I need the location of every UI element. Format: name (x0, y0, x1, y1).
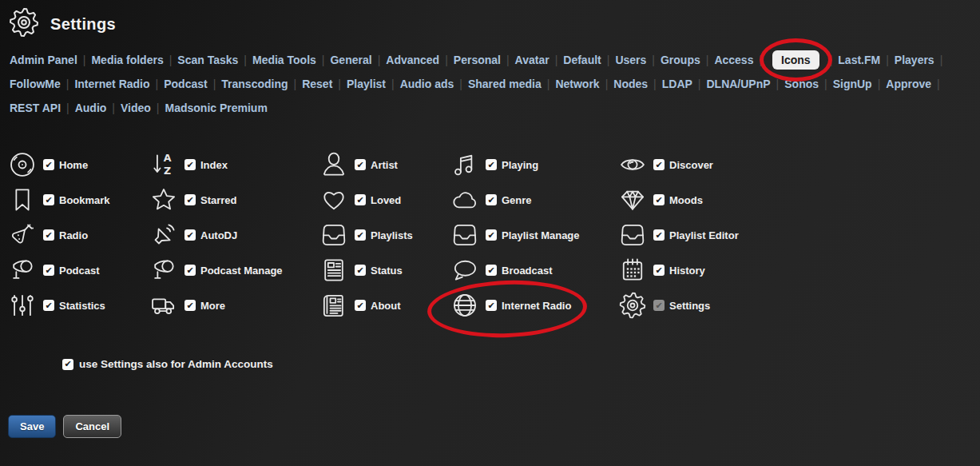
gem-icon (617, 185, 649, 214)
about-checkbox[interactable] (355, 300, 366, 311)
playing-checkbox[interactable] (486, 159, 497, 170)
nav-tab-followme[interactable]: FollowMe (10, 78, 61, 90)
nav-tab-groups[interactable]: Groups (661, 54, 700, 66)
nav-separator: | (322, 54, 325, 66)
music-notes-icon (449, 150, 481, 179)
eye-icon (617, 150, 649, 179)
cancel-button[interactable]: Cancel (63, 415, 121, 438)
nav-tab-ldap[interactable]: LDAP (662, 78, 692, 90)
nav-tab-rest-api[interactable]: REST API (10, 102, 61, 114)
radio-checkbox[interactable] (43, 229, 54, 241)
internet-radio-checkbox[interactable] (486, 300, 497, 311)
flask-icon (6, 221, 38, 249)
svg-text:Z: Z (164, 165, 171, 177)
nav-tab-players[interactable]: Players (895, 54, 934, 66)
nav-tab-media-tools[interactable]: Media Tools (252, 54, 316, 66)
nav-tab-nodes[interactable]: Nodes (613, 78, 648, 90)
icon-option-autodj: AutoDJ (148, 217, 318, 253)
nav-tab-transcoding[interactable]: Transcoding (221, 78, 288, 90)
nav-tab-general[interactable]: General (330, 54, 371, 66)
nav-tab-access[interactable]: Access (714, 54, 753, 66)
nav-tab-reset[interactable]: Reset (302, 78, 332, 90)
history-checkbox[interactable] (653, 265, 665, 276)
nav-separator: | (445, 54, 448, 66)
nav-separator: | (605, 78, 609, 90)
nav-separator: | (66, 78, 69, 90)
icon-option-label: Starred (200, 194, 237, 206)
podcast-checkbox[interactable] (43, 265, 54, 276)
icon-option-podcast-manage: Podcast Manage (148, 253, 318, 288)
icon-option-label: Moods (669, 194, 703, 206)
nav-tab-users[interactable]: Users (615, 54, 646, 66)
icon-option-label: Playing (502, 159, 538, 171)
podcast-manage-checkbox[interactable] (184, 265, 196, 276)
bookmark-checkbox[interactable] (43, 194, 54, 205)
autodj-checkbox[interactable] (184, 229, 196, 241)
nav-tab-podcast[interactable]: Podcast (164, 78, 207, 90)
nav-separator: | (378, 54, 381, 66)
newspaper-icon (318, 291, 350, 320)
nav-tab-madsonic-premium[interactable]: Madsonic Premium (165, 102, 268, 114)
nav-tab-audio[interactable]: Audio (75, 102, 107, 114)
icon-option-label: AutoDJ (200, 229, 237, 241)
loved-checkbox[interactable] (355, 194, 366, 205)
home-checkbox[interactable] (43, 159, 54, 170)
playlist-editor-checkbox[interactable] (653, 229, 665, 241)
icon-option-label: Status (371, 265, 403, 277)
genre-checkbox[interactable] (486, 194, 497, 205)
artist-checkbox[interactable] (355, 159, 366, 170)
nav-tab-personal[interactable]: Personal (454, 54, 501, 66)
statistics-checkbox[interactable] (43, 300, 54, 311)
nav-tab-advanced[interactable]: Advanced (386, 54, 439, 66)
nav-separator: | (391, 78, 395, 90)
nav-tab-avatar[interactable]: Avatar (515, 54, 550, 66)
vinyl-record-icon (6, 150, 38, 179)
icon-grid: HomeAZIndexArtistPlayingDiscoverBookmark… (6, 147, 980, 323)
nav-tab-signup[interactable]: SignUp (833, 78, 872, 90)
icon-option-settings: Settings (617, 288, 980, 323)
nav-separator: | (759, 54, 762, 66)
save-button[interactable]: Save (8, 415, 56, 438)
document-icon (318, 256, 350, 285)
sliders-icon (6, 291, 38, 320)
settings-checkbox[interactable] (653, 300, 665, 311)
nav-tab-audio-ads[interactable]: Audio ads (400, 78, 454, 90)
nav-tab-last-fm[interactable]: Last.FM (838, 54, 880, 66)
nav-tab-video[interactable]: Video (121, 102, 151, 114)
globe-icon (449, 291, 481, 320)
nav-tab-network[interactable]: Network (555, 78, 599, 90)
icon-option-label: Settings (669, 300, 710, 312)
playlists-checkbox[interactable] (355, 229, 366, 241)
icon-option-label: Index (200, 159, 228, 171)
nav-tab-dlna-upnp[interactable]: DLNA/UPnP (706, 78, 770, 90)
nav-separator: | (459, 78, 462, 90)
icon-option-playlist-manage: Playlist Manage (449, 217, 617, 253)
nav-tab-playlist[interactable]: Playlist (347, 78, 386, 90)
starred-checkbox[interactable] (184, 194, 196, 205)
nav-tab-default[interactable]: Default (563, 54, 601, 66)
discover-checkbox[interactable] (653, 159, 665, 170)
admin-option-label: use Settings also for Admin Accounts (79, 358, 273, 370)
nav-separator: | (706, 54, 709, 66)
nav-tab-shared-media[interactable]: Shared media (468, 78, 542, 90)
use-settings-admin-checkbox[interactable] (62, 359, 73, 370)
nav-tab-internet-radio[interactable]: Internet Radio (74, 78, 149, 90)
nav-row-1: Admin Panel|Media folders|Scan Tasks|Med… (10, 48, 980, 72)
playlist-manage-checkbox[interactable] (486, 229, 497, 241)
nav-tab-approve[interactable]: Approve (886, 78, 931, 90)
cloud-icon (449, 185, 481, 214)
nav-separator: | (886, 54, 889, 66)
more-checkbox[interactable] (184, 300, 196, 311)
nav-tab-sonos[interactable]: Sonos (784, 78, 819, 90)
status-checkbox[interactable] (355, 265, 366, 276)
icon-option-label: Discover (669, 159, 713, 171)
nav-tab-media-folders[interactable]: Media folders (91, 54, 163, 66)
icon-option-artist: Artist (318, 147, 449, 182)
moods-checkbox[interactable] (653, 194, 665, 205)
icon-option-label: Broadcast (502, 265, 553, 277)
broadcast-checkbox[interactable] (486, 265, 497, 276)
nav-tab-scan-tasks[interactable]: Scan Tasks (177, 54, 238, 66)
nav-tab-icons[interactable]: Icons (772, 50, 819, 70)
index-checkbox[interactable] (184, 159, 196, 170)
nav-tab-admin-panel[interactable]: Admin Panel (10, 54, 77, 66)
